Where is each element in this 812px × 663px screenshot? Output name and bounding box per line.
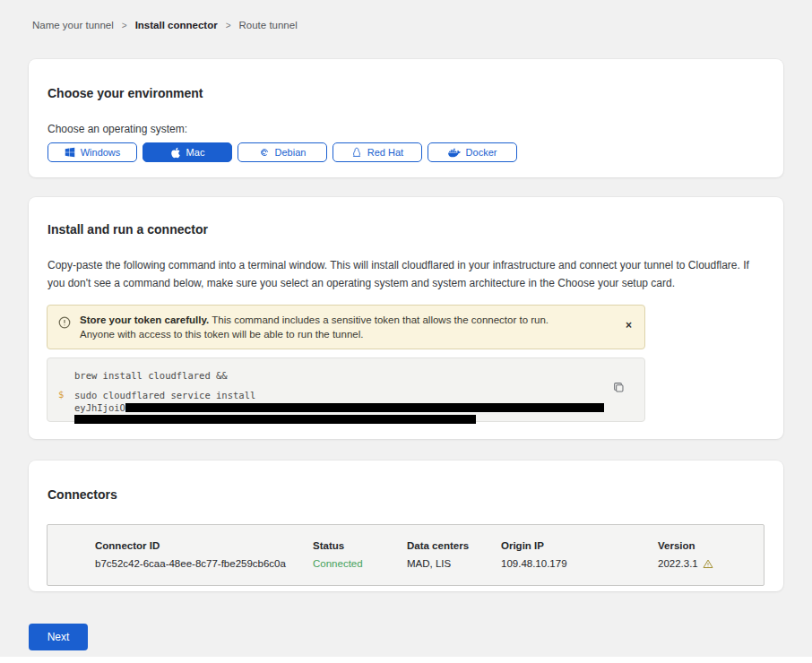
breadcrumb-separator: > <box>122 21 127 30</box>
breadcrumb-step-route-tunnel[interactable]: Route tunnel <box>239 20 298 30</box>
status-badge: Connected <box>313 558 407 569</box>
token-warning-text: Store your token carefully. This command… <box>80 313 582 341</box>
token-warning-banner: Store your token carefully. This command… <box>47 305 645 349</box>
redacted-token-bar <box>74 415 476 424</box>
os-button-mac[interactable]: Mac <box>143 142 232 162</box>
connector-id-value: b7c52c42-6caa-48ee-8c77-fbe259cb6c0a <box>95 558 313 569</box>
data-centers-value: MAD, LIS <box>407 558 501 569</box>
header-origin-ip: Origin IP <box>501 540 658 551</box>
connectors-card: Connectors Connector ID Status Data cent… <box>29 461 783 591</box>
close-icon[interactable]: × <box>626 320 632 331</box>
os-button-docker[interactable]: Docker <box>428 142 517 162</box>
os-button-label: Red Hat <box>367 147 403 158</box>
origin-ip-value: 109.48.10.179 <box>501 558 658 569</box>
docker-whale-icon <box>448 148 461 158</box>
linux-penguin-icon <box>351 147 362 159</box>
os-button-label: Mac <box>186 147 205 158</box>
code-line-brew: brew install cloudflared && <box>74 369 609 382</box>
os-select-label: Choose an operating system: <box>48 123 764 135</box>
version-value: 2022.3.1 <box>658 558 764 569</box>
apple-logo-icon <box>170 147 181 159</box>
next-button[interactable]: Next <box>29 624 88 650</box>
install-connector-card: Install and run a connector Copy-paste t… <box>29 197 783 439</box>
connector-description: Copy-paste the following command into a … <box>48 256 761 292</box>
os-button-group: Windows Mac Debian Red Hat Docker <box>48 142 764 162</box>
debian-swirl-icon <box>259 147 270 158</box>
warning-triangle-icon <box>703 559 713 569</box>
os-button-redhat[interactable]: Red Hat <box>333 142 422 162</box>
version-number: 2022.3.1 <box>658 558 698 569</box>
windows-logo-icon <box>65 147 75 158</box>
connectors-card-title: Connectors <box>48 487 764 502</box>
breadcrumb-step-install-connector[interactable]: Install connector <box>135 20 218 30</box>
redacted-token-bar <box>125 403 604 412</box>
install-command-code-block[interactable]: brew install cloudflared && $ sudo cloud… <box>47 357 645 422</box>
connector-card-title: Install and run a connector <box>48 222 764 237</box>
token-prefix: eyJhIjoiO <box>74 401 125 414</box>
breadcrumb: Name your tunnel > Install connector > R… <box>32 20 298 30</box>
shell-prompt: $ <box>58 389 64 400</box>
breadcrumb-separator: > <box>226 21 231 30</box>
header-connector-id: Connector ID <box>95 540 313 551</box>
alert-circle-icon <box>58 316 71 332</box>
os-button-windows[interactable]: Windows <box>48 142 137 162</box>
token-line: eyJhIjoiO <box>74 401 609 414</box>
os-button-label: Docker <box>466 147 497 158</box>
connectors-table: Connector ID Status Data centers Origin … <box>47 524 764 586</box>
os-button-debian[interactable]: Debian <box>238 142 327 162</box>
os-button-label: Debian <box>275 147 307 158</box>
copy-icon[interactable] <box>613 382 625 396</box>
environment-card-title: Choose your environment <box>48 86 764 100</box>
choose-environment-card: Choose your environment Choose an operat… <box>29 59 783 177</box>
header-data-centers: Data centers <box>407 540 501 551</box>
code-line-service-install: sudo cloudflared service install <box>74 389 609 401</box>
os-button-label: Windows <box>81 147 121 158</box>
header-version: Version <box>658 540 764 551</box>
header-status: Status <box>313 540 407 551</box>
bottom-strip <box>0 657 812 663</box>
token-warning-bold: Store your token carefully. <box>80 314 209 325</box>
connectors-table-header: Connector ID Status Data centers Origin … <box>95 540 764 551</box>
table-row: b7c52c42-6caa-48ee-8c77-fbe259cb6c0a Con… <box>95 558 764 569</box>
breadcrumb-step-name-tunnel[interactable]: Name your tunnel <box>32 20 114 30</box>
